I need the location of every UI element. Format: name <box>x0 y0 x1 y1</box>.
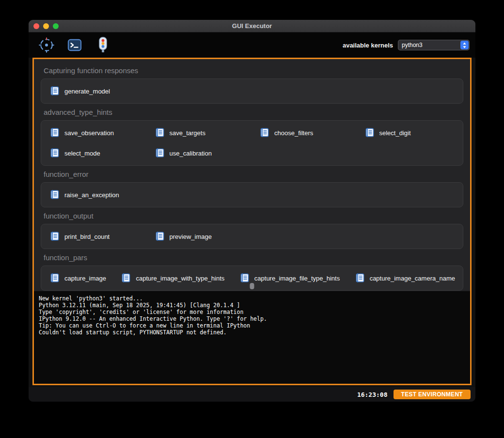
function-label: capture_image_file_type_hints <box>254 275 340 282</box>
function-label: use_calibration <box>170 150 212 157</box>
function-button[interactable]: select_digit <box>357 123 462 143</box>
traffic-lights <box>33 23 59 29</box>
script-icon <box>120 273 131 283</box>
toolbar: available kernels python3 <box>29 32 475 58</box>
functions-scroll[interactable]: Capturing function responsesgenerate_mod… <box>34 59 470 291</box>
section-panel: raise_an_exception <box>41 182 463 207</box>
script-icon <box>49 231 60 242</box>
zoom-button[interactable] <box>53 23 59 29</box>
function-label: capture_image_with_type_hints <box>136 275 224 282</box>
script-icon <box>49 273 60 283</box>
function-label: select_digit <box>379 129 411 137</box>
function-button[interactable]: use_calibration <box>147 143 252 163</box>
status-bar: 16:23:08 TEST ENVIRONMENT <box>29 387 475 402</box>
close-button[interactable] <box>33 23 39 29</box>
available-kernels-label: available kernels <box>343 42 393 49</box>
script-icon <box>49 127 60 138</box>
function-label: print_bird_count <box>64 233 110 240</box>
section-panel: generate_model <box>41 78 463 104</box>
script-icon <box>354 273 365 283</box>
script-icon <box>49 86 60 96</box>
title-bar: GUI Executor <box>29 20 475 32</box>
kernel-selector-group: available kernels python3 <box>343 40 470 50</box>
function-label: save_observation <box>64 129 114 137</box>
script-icon <box>49 189 60 200</box>
function-button[interactable]: raise_an_exception <box>42 185 147 205</box>
function-row: save_observationsave_targetschoose_filte… <box>42 123 462 143</box>
function-label: capture_image <box>64 275 106 282</box>
console-line: Couldn't load startup script, PYTHONSTAR… <box>39 329 465 336</box>
function-row: select_modeuse_calibration <box>42 143 462 163</box>
section-title: advanced_type_hints <box>44 108 460 117</box>
kernel-dropdown[interactable]: python3 <box>398 40 470 50</box>
script-icon <box>154 127 165 138</box>
function-label: save_targets <box>170 129 205 137</box>
script-icon <box>154 231 165 242</box>
function-label: generate_model <box>64 88 110 95</box>
function-label: select_mode <box>64 150 100 157</box>
section-panel: print_bird_countpreview_image <box>41 224 463 249</box>
toolbar-icons <box>37 36 112 54</box>
section-title: Capturing function responses <box>44 66 460 75</box>
window-title: GUI Executor <box>232 22 272 30</box>
function-label: capture_image_camera_name <box>370 275 455 282</box>
function-label: preview_image <box>170 233 212 240</box>
function-button[interactable]: capture_image_with_type_hints <box>113 268 231 288</box>
function-row: generate_model <box>42 81 462 101</box>
console-line: Tip: You can use Ctrl-O to force a new l… <box>39 322 465 329</box>
function-button[interactable]: generate_model <box>42 81 147 101</box>
function-button[interactable]: capture_image_camera_name <box>347 268 462 288</box>
app-window: GUI Executor <box>28 19 476 402</box>
console-line: Type 'copyright', 'credits' or 'license'… <box>39 309 465 315</box>
focus-target-icon[interactable] <box>37 36 56 54</box>
function-button[interactable]: choose_filters <box>252 123 357 143</box>
console-line: IPython 9.12.0 -- An enhanced Interactiv… <box>39 315 465 322</box>
script-icon <box>49 148 60 158</box>
function-button[interactable]: save_observation <box>42 123 147 143</box>
function-label: choose_filters <box>274 129 313 137</box>
script-icon <box>154 148 165 158</box>
console-line: New kernel 'python3' started... <box>39 295 465 302</box>
function-button[interactable]: print_bird_count <box>42 226 147 247</box>
script-icon <box>364 127 375 138</box>
script-icon <box>239 273 250 283</box>
clock-text: 16:23:08 <box>357 391 388 398</box>
section-panel: save_observationsave_targetschoose_filte… <box>41 120 463 166</box>
section-title: function_error <box>44 170 460 179</box>
splitter-handle[interactable] <box>250 283 254 289</box>
terminal-icon[interactable] <box>65 36 84 54</box>
function-button[interactable]: capture_image_file_type_hints <box>232 268 346 288</box>
function-label: raise_an_exception <box>64 191 119 199</box>
minimize-button[interactable] <box>43 23 49 29</box>
main-area: Capturing function responsesgenerate_mod… <box>32 58 472 385</box>
section-title: function_output <box>44 212 460 220</box>
function-row: print_bird_countpreview_image <box>42 226 462 247</box>
function-button[interactable]: select_mode <box>42 143 147 163</box>
function-button[interactable]: save_targets <box>147 123 252 143</box>
script-icon <box>259 127 269 138</box>
function-button[interactable]: capture_image <box>42 268 113 288</box>
console-output: New kernel 'python3' started...Python 3.… <box>34 291 470 384</box>
console-line: Python 3.12.11 (main, Sep 18 2025, 19:41… <box>39 302 465 309</box>
kernel-dropdown-value: python3 <box>402 42 423 48</box>
traffic-light-icon[interactable] <box>94 36 112 54</box>
section-title: function_pars <box>44 253 460 262</box>
dropdown-stepper-icon <box>460 41 469 49</box>
function-row: raise_an_exception <box>42 185 462 205</box>
function-button[interactable]: preview_image <box>147 226 252 247</box>
test-environment-badge: TEST ENVIRONMENT <box>394 390 471 399</box>
